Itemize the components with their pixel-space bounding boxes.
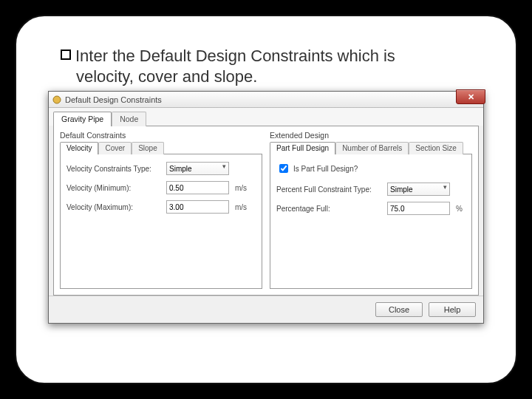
help-button[interactable]: Help: [429, 302, 476, 317]
velocity-max-unit: m/s: [235, 203, 247, 211]
close-dialog-button[interactable]: Close: [375, 302, 423, 317]
bullet-line-2: velocity, cover and slope.: [76, 67, 257, 86]
percentage-full-label: Percentage Full:: [276, 205, 387, 213]
window-title: Default Design Constraints: [65, 95, 162, 104]
extended-design-title: Extended Design: [270, 131, 472, 140]
percentage-full-input[interactable]: [387, 202, 450, 215]
slide-frame: Inter the Default Design Constraints whi…: [15, 15, 517, 384]
part-full-design-panel: Is Part Full Design? Percent Full Constr…: [270, 154, 472, 289]
velocity-type-label: Velocity Constraints Type:: [66, 165, 166, 173]
velocity-type-select[interactable]: Simple: [166, 162, 229, 175]
velocity-min-unit: m/s: [235, 184, 247, 192]
top-tab-row: Gravity Pipe Node: [49, 108, 483, 126]
percentage-full-unit: %: [456, 205, 463, 213]
is-part-full-design-input[interactable]: [279, 164, 288, 173]
tab-node[interactable]: Node: [112, 112, 146, 126]
subtab-part-full-design[interactable]: Part Full Design: [270, 142, 335, 154]
default-design-constraints-dialog: Default Design Constraints ✕ Gravity Pip…: [48, 91, 484, 324]
app-icon: [52, 95, 62, 105]
velocity-panel: Velocity Constraints Type: Simple Veloci…: [60, 154, 262, 289]
close-button[interactable]: ✕: [456, 89, 485, 104]
velocity-min-label: Velocity (Minimum):: [66, 184, 166, 192]
subtab-velocity[interactable]: Velocity: [60, 142, 98, 154]
velocity-min-input[interactable]: [166, 181, 229, 194]
velocity-max-label: Velocity (Maximum):: [66, 203, 166, 211]
subtab-section-size[interactable]: Section Size: [409, 142, 463, 154]
subtab-number-of-barrels[interactable]: Number of Barrels: [335, 142, 409, 154]
subtab-cover[interactable]: Cover: [98, 142, 132, 154]
close-icon: ✕: [468, 92, 474, 102]
bullet-square-icon: [61, 50, 71, 60]
percent-full-type-label: Percent Full Constraint Type:: [276, 185, 387, 194]
bullet-line-1: Inter the Default Design Constraints whi…: [75, 46, 395, 66]
subtab-slope[interactable]: Slope: [132, 142, 164, 154]
right-subtab-row: Part Full Design Number of Barrels Secti…: [270, 141, 472, 154]
extended-design-group: Extended Design Part Full Design Number …: [270, 131, 472, 289]
bullet-paragraph: Inter the Default Design Constraints whi…: [61, 46, 494, 86]
velocity-max-input[interactable]: [166, 200, 229, 214]
default-constraints-title: Default Constraints: [60, 131, 262, 140]
percent-full-type-select[interactable]: Simple: [387, 183, 450, 196]
default-constraints-group: Default Constraints Velocity Cover Slope…: [60, 131, 262, 289]
svg-point-0: [53, 96, 61, 103]
is-part-full-design-label: Is Part Full Design?: [293, 165, 358, 173]
tab-gravity-pipe[interactable]: Gravity Pipe: [53, 112, 112, 126]
left-subtab-row: Velocity Cover Slope: [60, 141, 262, 154]
dialog-button-bar: Close Help: [49, 296, 483, 323]
is-part-full-design-checkbox[interactable]: Is Part Full Design?: [276, 162, 466, 175]
gravity-pipe-panel: Default Constraints Velocity Cover Slope…: [53, 126, 479, 296]
title-bar: Default Design Constraints ✕: [49, 92, 483, 108]
